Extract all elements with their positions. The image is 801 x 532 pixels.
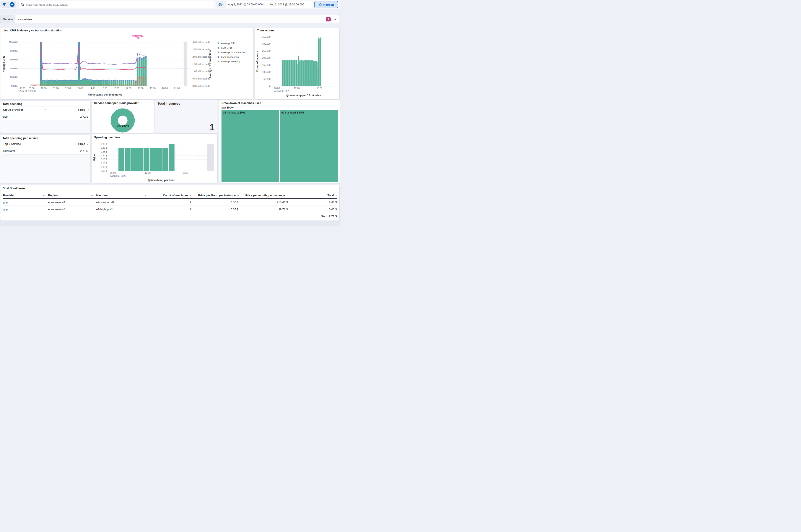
treemap-cell-label: e2-highcpu-2 50% — [223, 111, 245, 114]
svg-text:06:00: 06:00 — [274, 87, 280, 90]
refresh-button[interactable]: Refresh — [315, 1, 338, 8]
svg-text:3.00 milliseconds: 3.00 milliseconds — [192, 41, 210, 43]
treemap-cell-label: e2-standard-8 50% — [281, 111, 304, 114]
panel-title: Live: CPU & Memory vs transaction durati… — [3, 29, 62, 32]
search-icon — [21, 3, 24, 6]
legend-dot-icon — [218, 56, 219, 58]
svg-text:0.00 $: 0.00 $ — [101, 170, 107, 172]
column-header-price-hour[interactable]: Price per Hour, per instance — [191, 194, 238, 197]
svg-text:200,000: 200,000 — [262, 57, 271, 59]
legend-dot-icon — [218, 61, 219, 62]
panel-total-spending: Total spending Cloud provider Price gcp2… — [0, 101, 90, 133]
svg-text:1.00 milliseconds: 1.00 milliseconds — [192, 70, 210, 73]
panel-live-cpu-memory: Live: CPU & Memory vs transaction durati… — [0, 27, 253, 99]
sort-icon — [44, 143, 46, 145]
svg-text:350,000: 350,000 — [262, 36, 271, 38]
legend-item[interactable]: Average of transaction — [218, 50, 246, 55]
panel-service-count: Service count per Cloud provider gcp 100… — [92, 100, 154, 133]
svg-text:0.30 $: 0.30 $ — [101, 147, 107, 149]
svg-text:18:00: 18:00 — [317, 87, 322, 90]
svg-text:0.20 $: 0.20 $ — [101, 154, 107, 157]
column-header-cloud-provider[interactable]: Cloud provider — [3, 108, 50, 111]
legend-item[interactable]: Average CPU — [218, 41, 246, 45]
transactions-chart[interactable]: 050,000100,000150,000200,000250,000300,0… — [255, 27, 339, 99]
kql-input[interactable] — [26, 3, 212, 6]
svg-text:August 2, 2023: August 2, 2023 — [19, 90, 36, 92]
panel-title: Spending over time — [94, 136, 120, 139]
svg-text:@timestamp per 10 minutes: @timestamp per 10 minutes — [286, 94, 321, 97]
svg-text:August 2, 2023: August 2, 2023 — [110, 175, 126, 177]
svg-text:09:00: 09:00 — [29, 87, 35, 90]
column-header-price[interactable]: Price — [50, 108, 88, 111]
table-row: gcpeurope-west4e2-highcpu-210.05 $39.76 … — [3, 206, 337, 213]
svg-text:14:00: 14:00 — [89, 87, 95, 90]
svg-text:2.00 milliseconds: 2.00 milliseconds — [192, 55, 210, 58]
column-header-total[interactable]: Total — [288, 194, 337, 197]
query-controls: + — [0, 1, 16, 8]
service-filter-label[interactable]: Service — [1, 15, 15, 23]
svg-text:18:00: 18:00 — [183, 172, 188, 174]
svg-text:12:00: 12:00 — [65, 87, 71, 90]
svg-text:40.00%: 40.00% — [10, 67, 18, 70]
page-bottom-strip — [0, 221, 340, 226]
live-chart[interactable]: 0.00%20.00%40.00%60.00%80.00%100.00%0.00… — [0, 27, 253, 99]
panel-title: Breakdown of machines used — [222, 101, 261, 104]
svg-text:300,000: 300,000 — [262, 42, 271, 45]
svg-text:1.50 milliseconds: 1.50 milliseconds — [192, 63, 210, 65]
svg-text:17:00: 17:00 — [126, 87, 131, 90]
panel-spending-per-service: Total spending per service Top 5 service… — [0, 135, 90, 183]
chevron-down-icon — [222, 4, 224, 5]
calendar-button[interactable] — [216, 1, 226, 8]
column-header-count[interactable]: Count of machines — [150, 194, 191, 197]
column-header-top5-service[interactable]: Top 5 service — [3, 142, 50, 146]
service-filter-value[interactable]: calculator — [18, 18, 32, 21]
add-filter-button[interactable]: + — [8, 1, 16, 8]
spending-chart[interactable]: 0.00 $0.05 $0.10 $0.15 $0.20 $0.25 $0.30… — [92, 134, 217, 183]
svg-text:60.00%: 60.00% — [10, 58, 18, 61]
treemap-cell-e2-highcpu-2[interactable]: e2-highcpu-2 50% — [222, 110, 279, 182]
svg-text:21:00: 21:00 — [174, 87, 180, 90]
legend-item[interactable]: Average Memory — [218, 59, 246, 64]
column-header-machine[interactable]: Machine — [96, 194, 150, 197]
kql-search[interactable] — [18, 1, 214, 8]
column-header-provider[interactable]: Provider — [3, 194, 48, 197]
svg-text:15:00: 15:00 — [101, 87, 107, 90]
refresh-label: Refresh — [323, 3, 334, 6]
chevron-down-icon[interactable] — [334, 18, 336, 21]
legend-item[interactable]: 95th CPU — [218, 45, 246, 50]
donut-chart[interactable] — [109, 106, 137, 133]
svg-text:80.00%: 80.00% — [10, 50, 18, 52]
svg-text:12:00: 12:00 — [294, 87, 299, 90]
legend-dot-icon — [218, 47, 219, 49]
arrow-right-icon: → — [265, 3, 267, 6]
svg-text:100.00%: 100.00% — [9, 41, 18, 43]
svg-text:@timestamp per 10 minutes: @timestamp per 10 minutes — [88, 93, 122, 96]
legend-item[interactable]: 95th transaction — [218, 55, 246, 59]
svg-text:Price: Price — [93, 154, 96, 161]
calendar-icon — [219, 3, 222, 6]
date-from[interactable]: Aug 2, 2023 @ 08:00:00.000 — [226, 3, 265, 6]
svg-text:@timestamp per hour: @timestamp per hour — [148, 179, 175, 182]
svg-text:12:00: 12:00 — [145, 172, 151, 174]
svg-text:August 2, 2023: August 2, 2023 — [274, 90, 290, 92]
table-row: gcpeurope-west4e2-standard-810.30 $215.4… — [3, 198, 337, 206]
panel-title: Cost Breakdown — [3, 187, 25, 190]
table-empty-area — [1, 120, 90, 133]
filter-count-badge[interactable]: 1 — [326, 17, 331, 21]
service-filter-bar[interactable]: Service calculator 1 — [0, 15, 339, 23]
svg-text:Average of transaction: Average of transaction — [209, 50, 212, 78]
treemap-cell-e2-standard-8[interactable]: e2-standard-8 50% — [280, 110, 338, 182]
treemap-group-label: gcp 100% — [222, 106, 234, 109]
svg-text:0.15 $: 0.15 $ — [101, 158, 107, 160]
metric-value: 1 — [209, 122, 215, 133]
svg-text:Count of records: Count of records — [256, 51, 259, 72]
column-header-price[interactable]: Price — [50, 142, 88, 146]
date-to[interactable]: Aug 2, 2023 @ 22:00:00.000 — [267, 3, 306, 6]
svg-text:0.05 $: 0.05 $ — [101, 166, 107, 168]
column-header-region[interactable]: Region — [48, 194, 96, 197]
sort-icon — [87, 109, 89, 110]
svg-text:20:00: 20:00 — [162, 87, 168, 90]
filter-menu-button[interactable] — [0, 1, 8, 8]
panel-spending-over-time: Spending over time 0.00 $0.05 $0.10 $0.1… — [92, 134, 217, 183]
column-header-price-month[interactable]: Price per month, per instance — [238, 194, 288, 197]
